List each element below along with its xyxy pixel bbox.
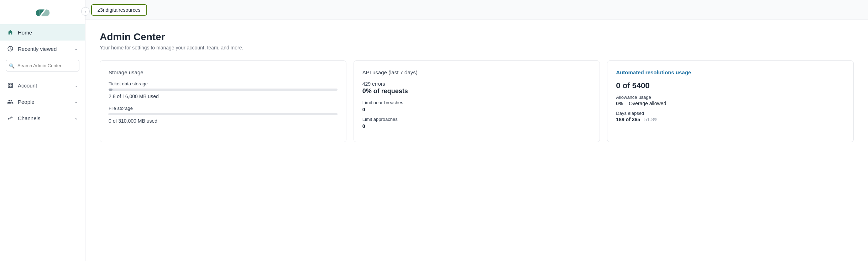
- chevron-down-icon: ⌄: [74, 83, 78, 88]
- near-breaches-label: Limit near-breaches: [362, 100, 591, 105]
- storage-usage-card: Storage usage Ticket data storage 2.8 of…: [100, 60, 346, 142]
- sidebar-item-recently-viewed[interactable]: Recently viewed ⌄: [0, 41, 85, 57]
- search-input[interactable]: [6, 60, 79, 71]
- overage-label: Overage allowed: [629, 101, 666, 106]
- api-usage-card: API usage (last 7 days) 429 errors 0% of…: [354, 60, 600, 142]
- sidebar-item-home[interactable]: Home: [0, 24, 85, 41]
- chevron-down-icon: ⌄: [74, 99, 78, 104]
- sidebar-collapse-button[interactable]: ‹: [81, 7, 90, 16]
- zendesk-logo-icon: [34, 7, 51, 18]
- tab-label: z3ndigitalresources: [98, 7, 141, 13]
- home-icon: [7, 29, 14, 36]
- api-error-pct: 0% of requests: [362, 87, 591, 95]
- main-content: Admin Center Your home for settings to m…: [85, 20, 868, 261]
- ticket-storage-fill: [109, 89, 113, 91]
- allowance-label: Allowance usage: [616, 95, 845, 100]
- building-icon: [7, 82, 14, 89]
- sidebar-item-channels-label: Channels: [18, 115, 40, 121]
- api-title-suffix: (last 7 days): [387, 69, 418, 75]
- automated-resolutions-card: Automated resolutions usage 0 of 5400 Al…: [607, 60, 854, 142]
- sidebar-item-account-label: Account: [18, 82, 37, 89]
- sidebar-logo: [0, 0, 85, 24]
- file-storage-value: 0 of 310,000 MB used: [109, 118, 338, 124]
- file-storage-fill: [109, 113, 109, 115]
- file-storage-progress: [109, 113, 338, 115]
- page-title: Admin Center: [100, 31, 854, 43]
- sidebar-item-channels[interactable]: Channels ⌄: [0, 110, 85, 126]
- chevron-down-icon: ⌄: [74, 116, 78, 121]
- sidebar-item-people[interactable]: People ⌄: [0, 94, 85, 110]
- sidebar: Home Recently viewed ⌄ 🔍 Account ⌄: [0, 0, 85, 261]
- cards-grid: Storage usage Ticket data storage 2.8 of…: [100, 60, 854, 142]
- near-breaches-value: 0: [362, 107, 591, 112]
- automated-resolutions-title: Automated resolutions usage: [616, 69, 845, 75]
- ar-main-value: 0 of 5400: [616, 81, 845, 90]
- days-elapsed-values: 189 of 365 51.8%: [616, 117, 845, 122]
- sidebar-item-recently-viewed-label: Recently viewed: [18, 46, 57, 52]
- ticket-storage-progress: [109, 89, 338, 91]
- sidebar-item-people-label: People: [18, 99, 35, 105]
- api-errors-value: 429 errors: [362, 81, 591, 87]
- clock-icon: [7, 46, 14, 52]
- allowance-values: 0% Overage allowed: [616, 101, 845, 106]
- active-tab[interactable]: z3ndigitalresources: [91, 4, 147, 16]
- days-of: 189 of 365: [616, 117, 640, 122]
- api-usage-title: API usage (last 7 days): [362, 69, 591, 75]
- days-elapsed-label: Days elapsed: [616, 111, 845, 116]
- ticket-storage-value: 2.8 of 16,000 MB used: [109, 94, 338, 99]
- days-pct: 51.8%: [644, 117, 659, 122]
- channels-icon: [7, 115, 14, 121]
- storage-usage-title: Storage usage: [109, 69, 338, 75]
- chevron-down-icon: ⌄: [74, 46, 78, 51]
- file-storage-label: File storage: [109, 106, 338, 111]
- page-subtitle: Your home for settings to manage your ac…: [100, 45, 854, 50]
- people-icon: [7, 98, 14, 105]
- allowance-pct: 0%: [616, 101, 623, 106]
- ticket-storage-label: Ticket data storage: [109, 81, 338, 86]
- sidebar-search-container: 🔍: [6, 60, 79, 71]
- sidebar-item-home-label: Home: [18, 30, 32, 36]
- sidebar-item-account[interactable]: Account ⌄: [0, 77, 85, 94]
- header-tab-bar: z3ndigitalresources: [85, 0, 868, 20]
- approaches-label: Limit approaches: [362, 117, 591, 122]
- approaches-value: 0: [362, 123, 591, 129]
- search-icon: 🔍: [9, 63, 15, 68]
